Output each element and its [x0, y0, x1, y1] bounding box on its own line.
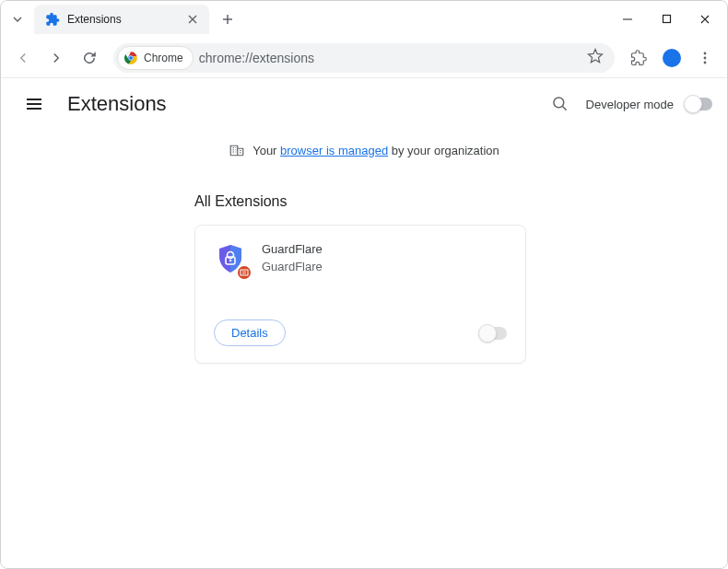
extension-icon: [214, 242, 247, 275]
svg-point-17: [229, 260, 231, 261]
url-text: chrome://extensions: [199, 51, 314, 65]
reload-button[interactable]: [75, 43, 104, 73]
extension-card: GuardFlare GuardFlare Details: [194, 225, 526, 364]
maximize-button[interactable]: [648, 4, 685, 35]
close-window-button[interactable]: [687, 4, 723, 35]
bookmark-icon[interactable]: [587, 48, 604, 68]
tab-title: Extensions: [67, 13, 178, 26]
svg-point-11: [704, 52, 707, 54]
extension-toggle[interactable]: [479, 327, 507, 340]
content-area: Your browser is managed by your organiza…: [1, 130, 727, 568]
page-title: Extensions: [67, 92, 167, 116]
extensions-icon[interactable]: [624, 43, 653, 73]
policy-badge-icon: [236, 264, 252, 281]
tab-search-button[interactable]: [5, 6, 30, 32]
chrome-chip: Chrome: [117, 46, 194, 70]
search-button[interactable]: [546, 89, 575, 119]
extension-name: GuardFlare: [262, 242, 323, 256]
extension-description: GuardFlare: [262, 260, 323, 273]
new-tab-button[interactable]: [215, 6, 241, 32]
address-bar[interactable]: Chrome chrome://extensions: [113, 43, 615, 73]
menu-button[interactable]: [16, 86, 53, 122]
chrome-menu-button[interactable]: [690, 43, 720, 73]
profile-button[interactable]: [657, 43, 687, 73]
minimize-button[interactable]: [609, 4, 646, 35]
back-button[interactable]: [8, 43, 38, 73]
developer-mode-toggle[interactable]: [685, 98, 712, 110]
svg-point-13: [704, 61, 707, 64]
svg-point-10: [129, 55, 134, 60]
developer-mode-label: Developer mode: [586, 98, 674, 111]
details-button[interactable]: Details: [214, 319, 286, 346]
svg-point-14: [554, 98, 564, 108]
puzzle-icon: [45, 12, 60, 27]
forward-button[interactable]: [41, 43, 71, 73]
managed-link[interactable]: browser is managed: [280, 144, 388, 157]
managed-banner-text: Your browser is managed by your organiza…: [252, 144, 499, 157]
svg-rect-18: [241, 270, 248, 275]
building-icon: [229, 141, 245, 160]
avatar: [663, 49, 681, 67]
browser-tab[interactable]: Extensions: [34, 5, 209, 34]
svg-point-12: [704, 56, 707, 59]
chrome-icon: [123, 51, 138, 65]
managed-banner: Your browser is managed by your organiza…: [1, 130, 727, 171]
browser-toolbar: Chrome chrome://extensions: [1, 38, 727, 78]
chrome-chip-label: Chrome: [144, 52, 183, 64]
tab-close-button[interactable]: [185, 12, 200, 27]
section-title: All Extensions: [194, 193, 727, 210]
extensions-header: Extensions Developer mode: [1, 78, 727, 130]
window-titlebar: Extensions: [1, 1, 727, 38]
svg-rect-6: [663, 16, 670, 23]
